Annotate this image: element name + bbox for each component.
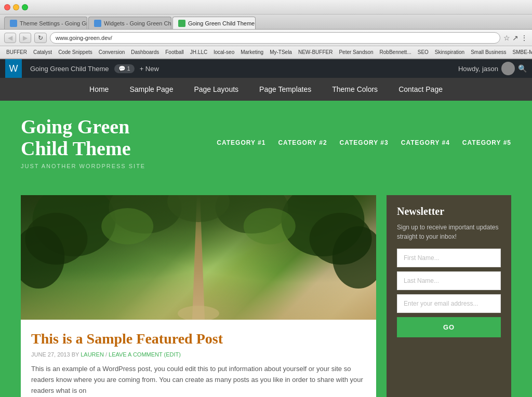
bubble-count: 1 (127, 65, 130, 72)
header-categories-nav: CATEGORY #1 CATEGORY #2 CATEGORY #3 CATE… (217, 139, 511, 146)
user-avatar (501, 62, 515, 75)
wp-site-name[interactable]: Going Green Child Theme (25, 65, 114, 73)
back-button[interactable]: ◀ (4, 33, 16, 43)
newsletter-description: Sign up to receive important updates str… (397, 223, 501, 241)
browser-chrome: Theme Settings - Going Gre... ✕ Widgets … (0, 0, 532, 59)
search-icon[interactable]: 🔍 (518, 64, 527, 73)
nav-contact-page[interactable]: Contact Page (388, 78, 453, 101)
tab-favicon (10, 20, 17, 27)
refresh-button[interactable]: ↻ (34, 33, 47, 43)
category-1-link[interactable]: CATEGORY #1 (217, 139, 265, 146)
bookmark-buffer[interactable]: BUFFER (4, 49, 29, 56)
featured-post: This is a Sample Featured Post JUNE 27, … (21, 195, 376, 397)
wp-comments-bubble[interactable]: 💬 1 (114, 64, 135, 73)
newsletter-title: Newsletter (397, 206, 501, 217)
site-header: Going Green Child Theme Just Another Wor… (0, 101, 532, 185)
traffic-lights (4, 4, 28, 10)
nav-page-layouts[interactable]: Page Layouts (183, 78, 249, 101)
bubble-icon: 💬 (118, 65, 126, 72)
share-icon[interactable]: ↗ (512, 34, 518, 42)
bookmark-football[interactable]: Football (163, 49, 186, 56)
email-input[interactable] (397, 294, 501, 313)
tab-label: Theme Settings - Going Gre... (20, 20, 87, 26)
tree-svg (21, 195, 376, 320)
wp-admin-bar: W Going Green Child Theme 💬 1 + New Howd… (0, 59, 532, 78)
category-4-link[interactable]: CATEGORY #4 (401, 139, 450, 146)
site-tagline: Just Another WordPress Site (21, 163, 217, 169)
bookmark-new-buffer[interactable]: NEW-BUFFER (296, 49, 335, 56)
svg-point-10 (244, 208, 296, 244)
nav-theme-colors[interactable]: Theme Colors (322, 78, 388, 101)
nav-home[interactable]: Home (79, 78, 119, 101)
svg-point-11 (178, 306, 219, 320)
category-2-link[interactable]: CATEGORY #2 (278, 139, 327, 146)
bookmark-jhllc[interactable]: JH.LLC (188, 49, 209, 56)
bookmark-conversion[interactable]: Conversion (97, 49, 127, 56)
menu-icon[interactable]: ⋮ (521, 34, 528, 42)
bookmarks-bar: BUFFER Catalyst Code Snippets Conversion… (0, 46, 532, 59)
howdy-text: Howdy, jason (458, 65, 498, 73)
svg-point-9 (101, 208, 153, 244)
last-name-input[interactable] (397, 271, 501, 290)
tab-theme-settings[interactable]: Theme Settings - Going Gre... ✕ (4, 17, 87, 29)
tab-widgets[interactable]: Widgets - Going Green Chi... ✕ (88, 17, 171, 29)
close-button[interactable] (4, 4, 10, 10)
wp-howdy[interactable]: Howdy, jason (458, 62, 515, 75)
category-5-link[interactable]: CATEGORY #5 (462, 139, 511, 146)
featured-image (21, 195, 376, 320)
site-navigation: Home Sample Page Page Layouts Page Templ… (0, 78, 532, 101)
post-title: This is a Sample Featured Post (31, 330, 366, 348)
bookmark-my-tsela[interactable]: My-TSela (268, 49, 294, 56)
forward-button[interactable]: ▶ (19, 33, 31, 43)
bookmark-code-snippets[interactable]: Code Snippets (56, 49, 95, 56)
site-title-area: Going Green Child Theme Just Another Wor… (21, 116, 217, 169)
maximize-button[interactable] (22, 4, 28, 10)
newsletter-submit-button[interactable]: GO (397, 317, 501, 337)
post-by: BY (72, 351, 81, 358)
sidebar: Newsletter Sign up to receive important … (387, 195, 511, 397)
tab-favicon (178, 20, 185, 27)
post-excerpt: This is an example of a WordPress post, … (31, 364, 366, 396)
first-name-input[interactable] (397, 249, 501, 267)
bookmark-smbe-mvp[interactable]: SMBE-MVP (510, 49, 532, 56)
post-content: This is a Sample Featured Post JUNE 27, … (21, 320, 376, 397)
star-icon[interactable]: ☆ (503, 34, 510, 42)
site-title: Going Green Child Theme (21, 116, 217, 160)
nav-sample-page[interactable]: Sample Page (119, 78, 183, 101)
tab-going-green[interactable]: Going Green Child Theme -... ✕ (172, 17, 256, 29)
wp-admin-right: Howdy, jason 🔍 (458, 62, 527, 75)
title-bar (0, 0, 532, 15)
post-comment-link[interactable]: LEAVE A COMMENT (EDIT) (109, 351, 181, 358)
bookmark-small-business[interactable]: Small Business (469, 49, 508, 56)
nav-icons: ☆ ↗ ⋮ (503, 34, 528, 42)
site-main: This is a Sample Featured Post JUNE 27, … (0, 185, 532, 397)
post-author-link[interactable]: LAUREN (81, 351, 104, 358)
wp-logo-icon: W (9, 63, 18, 74)
nav-bar: ◀ ▶ ↻ ☆ ↗ ⋮ (0, 30, 532, 46)
address-bar[interactable] (50, 32, 500, 44)
bookmark-catalyst[interactable]: Catalyst (31, 49, 54, 56)
tabs-bar: Theme Settings - Going Gre... ✕ Widgets … (0, 15, 532, 30)
wp-new-button[interactable]: + New (135, 65, 164, 73)
bookmark-skinspiration[interactable]: Skinspiration (433, 49, 467, 56)
tab-label: Widgets - Going Green Chi... (104, 20, 171, 26)
nav-menu: Home Sample Page Page Layouts Page Templ… (79, 78, 453, 101)
post-date: JUNE 27, 2013 (31, 351, 70, 358)
minimize-button[interactable] (13, 4, 19, 10)
tab-label: Going Green Child Theme -... (188, 20, 256, 26)
bookmark-local-seo[interactable]: local-seo (211, 49, 236, 56)
bookmark-marketing[interactable]: Marketing (238, 49, 265, 56)
bookmark-seo[interactable]: SEO (416, 49, 431, 56)
bookmark-peter-sandson[interactable]: Peter Sandson (337, 49, 375, 56)
bookmark-robbennett[interactable]: RobBennett... (378, 49, 414, 56)
nav-page-templates[interactable]: Page Templates (249, 78, 322, 101)
category-3-link[interactable]: CATEGORY #3 (340, 139, 389, 146)
page-wrapper: Home Sample Page Page Layouts Page Templ… (0, 78, 532, 397)
wp-logo[interactable]: W (5, 59, 22, 78)
bookmark-dashboards[interactable]: Dashboards (129, 49, 161, 56)
tree-scene-bg (21, 195, 376, 320)
tab-favicon (94, 20, 101, 27)
post-meta: JUNE 27, 2013 BY LAUREN / LEAVE A COMMEN… (31, 351, 366, 358)
